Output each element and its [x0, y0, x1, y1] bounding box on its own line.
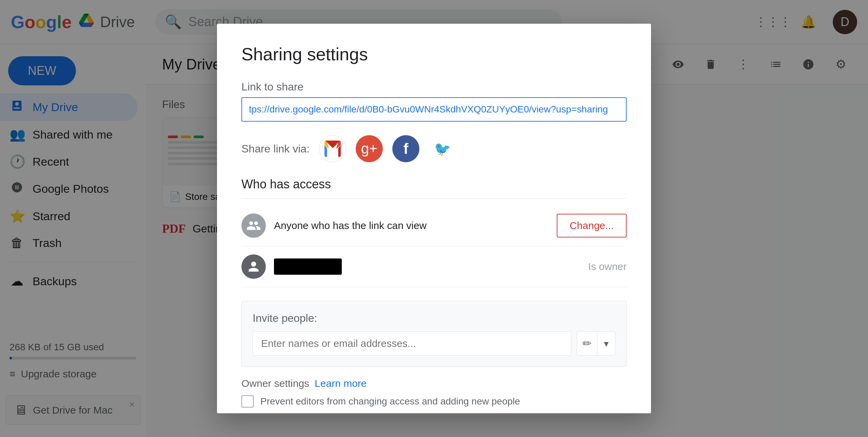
- link-access-row: Anyone who has the link can view Change.…: [241, 205, 627, 246]
- dropdown-arrow-icon: ▾: [597, 331, 615, 356]
- checkbox-prevent-editors-label: Prevent editors from changing access and…: [260, 395, 520, 408]
- edit-icon: ✏: [577, 331, 597, 356]
- link-access-avatar: [241, 213, 266, 238]
- change-access-button[interactable]: Change...: [557, 214, 627, 237]
- share-twitter-button[interactable]: 🐦: [429, 135, 456, 162]
- invite-input[interactable]: [253, 331, 571, 356]
- owner-settings-section: Owner settings Learn more Prevent editor…: [241, 378, 627, 413]
- sharing-settings-modal: Sharing settings Link to share Share lin…: [217, 24, 651, 413]
- access-divider: [241, 198, 627, 199]
- share-via-section: Share link via: g+ f 🐦: [241, 135, 627, 162]
- owner-settings-label: Owner settings: [241, 378, 309, 389]
- checkbox-prevent-editors[interactable]: [241, 395, 254, 408]
- share-gplus-button[interactable]: g+: [356, 135, 383, 162]
- owner-info: [274, 258, 580, 275]
- invite-section: Invite people: ✏ ▾: [241, 301, 627, 367]
- share-gmail-button[interactable]: [319, 135, 346, 162]
- checkbox-row-1: Prevent editors from changing access and…: [241, 395, 627, 408]
- owner-access-row: Is owner: [241, 246, 627, 287]
- invite-label: Invite people:: [253, 312, 615, 325]
- modal-overlay[interactable]: Sharing settings Link to share Share lin…: [0, 0, 868, 437]
- learn-more-link[interactable]: Learn more: [315, 378, 367, 389]
- owner-name-redacted: [274, 258, 342, 275]
- invite-input-row: ✏ ▾: [253, 331, 615, 356]
- who-has-access-title: Who has access: [241, 177, 627, 191]
- owner-avatar: [241, 254, 266, 279]
- modal-title: Sharing settings: [241, 44, 627, 64]
- access-description: Anyone who has the link can view: [274, 220, 427, 231]
- link-input[interactable]: [241, 97, 627, 122]
- share-via-label: Share link via:: [241, 143, 310, 155]
- link-label: Link to share: [241, 81, 627, 93]
- invite-edit-button[interactable]: ✏ ▾: [577, 331, 615, 356]
- share-facebook-button[interactable]: f: [392, 135, 419, 162]
- link-access-info: Anyone who has the link can view: [274, 220, 549, 231]
- owner-role-label: Is owner: [588, 261, 627, 272]
- owner-settings-row: Owner settings Learn more: [241, 378, 627, 389]
- link-section: Link to share: [241, 81, 627, 122]
